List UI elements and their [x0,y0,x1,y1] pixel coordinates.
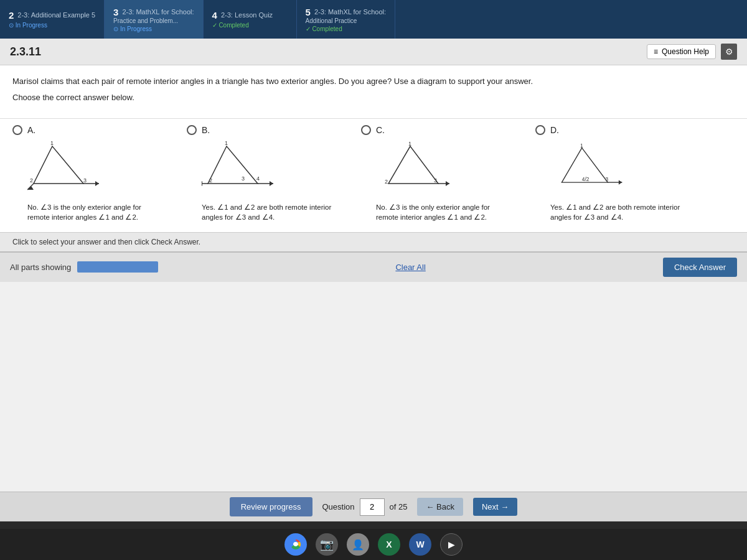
svg-text:2: 2 [30,177,33,184]
top-navigation: 2 2-3: Additional Example 5 ⊙ In Progres… [0,0,747,39]
svg-text:3: 3 [83,177,87,184]
step-2-number: 2 [9,10,14,21]
svg-text:3: 3 [242,175,245,182]
svg-marker-10 [270,181,273,186]
clear-all-button[interactable]: Clear All [395,263,425,272]
svg-text:1: 1 [580,142,583,148]
svg-marker-0 [34,146,83,184]
question-help-label: Question Help [662,47,709,56]
diagram-B: 1 2 3 4 [202,140,276,198]
svg-marker-2 [95,181,99,186]
question-nav: Question 2 of 25 [322,498,408,516]
step-3-status: ⊙ In Progress [113,26,194,32]
question-number-input[interactable]: 2 [360,498,385,516]
settings-button[interactable]: ⚙ [721,44,737,60]
diagram-D: 1 4/2 3 [550,140,625,198]
step-5-status: ✓ Completed [306,26,387,32]
choice-C-description: No. ∠3 is the only exterior angle for re… [376,202,513,222]
question-total: of 25 [390,502,408,511]
main-content: 2.3.11 ≡ Question Help ⚙ Marisol claims … [0,39,747,492]
back-button[interactable]: ← Back [417,498,463,516]
choice-D[interactable]: D. 1 4/2 3 Yes. ∠1 and ∠2 are both remot… [535,125,697,222]
all-parts-label: All parts showing [10,263,71,272]
all-parts-row: All parts showing [10,261,158,273]
radio-C[interactable] [361,125,371,135]
question-number: 2.3.11 [10,45,41,58]
instruction-text: Click to select your answer and then cli… [12,238,200,246]
svg-marker-17 [388,146,438,184]
review-progress-button[interactable]: Review progress [230,497,312,516]
bottom-navigation: Review progress Question 2 of 25 ← Back … [0,492,747,521]
step-4-number: 4 [212,10,217,21]
question-text: Marisol claims that each pair of remote … [12,75,735,88]
step-2-status: ⊙ In Progress [9,22,95,29]
step-3-number: 3 [113,7,118,17]
choice-B-label: B. [202,125,210,135]
svg-text:1: 1 [225,140,228,146]
choice-D-description: Yes. ∠1 and ∠2 are both remote interior … [550,202,687,222]
choice-A[interactable]: A. 1 2 3 No. ∠3 is the onl [12,125,174,222]
progress-bar [77,261,158,273]
chrome-icon[interactable] [284,533,307,556]
radio-D[interactable] [535,125,545,135]
question-header: 2.3.11 ≡ Question Help ⚙ [0,39,747,65]
footer-controls: All parts showing Clear All Check Answer [0,251,747,282]
svg-text:4: 4 [256,175,260,182]
step-5-number: 5 [306,7,311,17]
nav-step-5[interactable]: 5 2-3: MathXL for School: Additional Pra… [297,0,396,39]
camera-taskbar-icon[interactable]: 📷 [316,533,338,556]
step-3-title: 2-3: MathXL for School: [122,7,194,16]
answer-choices: A. 1 2 3 No. ∠3 is the onl [0,119,747,232]
triangle-svg-C: 1 2 3 [376,140,451,196]
svg-text:1: 1 [50,140,54,146]
choice-C-label: C. [376,125,385,135]
radio-B[interactable] [187,125,197,135]
check-answer-button[interactable]: Check Answer [663,258,737,277]
svg-text:3: 3 [434,177,437,184]
step-5-subtitle: Additional Practice [306,17,387,24]
svg-text:3: 3 [606,176,609,182]
question-label: Question [322,502,355,511]
svg-marker-19 [446,181,449,186]
choice-B-description: Yes. ∠1 and ∠2 are both remote interior … [202,202,339,222]
svg-marker-25 [619,180,622,184]
diagram-C: 1 2 3 [376,140,451,198]
svg-text:1: 1 [408,141,411,147]
taskbar: 📷 👤 X W ▶ [0,529,747,560]
files-taskbar-icon[interactable]: 👤 [347,533,369,556]
radio-A[interactable] [12,125,22,135]
play-taskbar-icon[interactable]: ▶ [440,533,463,556]
step-4-title: 2-3: Lesson Quiz [221,11,273,19]
step-5-title: 2-3: MathXL for School: [314,7,386,16]
choice-A-description: No. ∠3 is the only exterior angle for re… [27,202,164,222]
svg-text:2: 2 [385,179,388,185]
triangle-svg-D: 1 4/2 3 [550,140,625,196]
question-body: Marisol claims that each pair of remote … [0,65,747,119]
diagram-A: 1 2 3 [27,140,102,198]
nav-step-3[interactable]: 3 2-3: MathXL for School: Practice and P… [105,0,204,39]
next-button[interactable]: Next → [473,498,517,516]
choice-C[interactable]: C. 1 2 3 No. ∠3 is the only exterior ang… [361,125,523,222]
step-3-subtitle: Practice and Problem... [113,17,194,24]
menu-icon: ≡ [654,47,658,56]
step-4-status: ✓ Completed [212,22,288,29]
nav-step-2[interactable]: 2 2-3: Additional Example 5 ⊙ In Progres… [0,0,105,39]
step-2-title: 2-3: Additional Example 5 [17,11,95,19]
triangle-svg-B: 1 2 3 4 [202,140,276,196]
triangle-svg-A: 1 2 3 [27,140,102,196]
nav-step-4[interactable]: 4 2-3: Lesson Quiz ✓ Completed [204,0,297,39]
choice-B[interactable]: B. 1 2 3 4 Yes. [187,125,349,222]
choice-A-label: A. [27,125,35,135]
question-help-button[interactable]: ≡ Question Help [647,44,716,59]
svg-text:2: 2 [209,177,212,184]
svg-marker-8 [208,146,258,184]
svg-text:4/2: 4/2 [582,176,590,182]
instruction-row: Click to select your answer and then cli… [0,232,747,251]
choice-D-label: D. [550,125,559,135]
svg-marker-12 [202,181,202,186]
excel-taskbar-icon[interactable]: X [378,533,400,556]
word-taskbar-icon[interactable]: W [409,533,431,556]
choose-text: Choose the correct answer below. [12,93,735,102]
